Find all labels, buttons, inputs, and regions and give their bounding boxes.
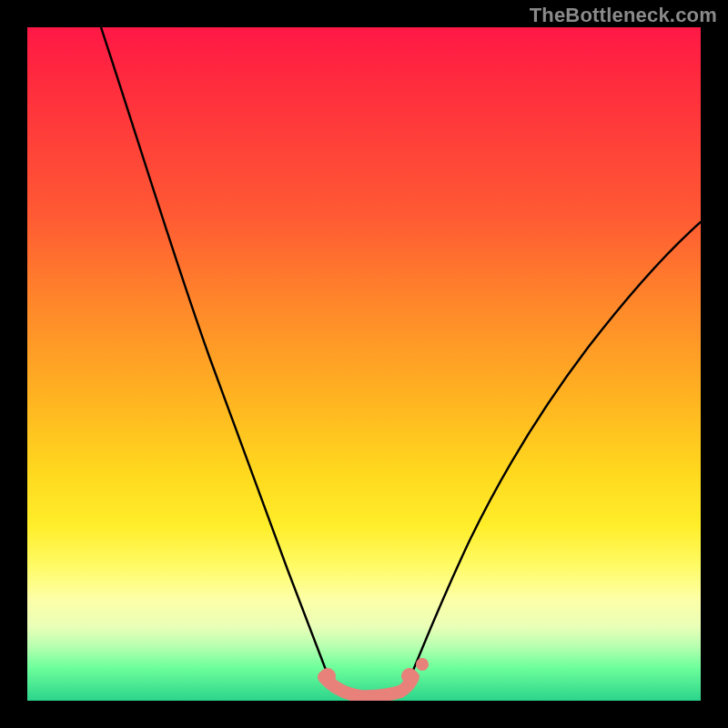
right-endpoint-dot <box>401 668 418 684</box>
left-branch-line <box>101 27 329 679</box>
valley-floor-line <box>324 677 413 696</box>
watermark-text: TheBottleneck.com <box>530 4 717 27</box>
right-branch-line <box>410 222 701 679</box>
gradient-plot-area <box>27 27 701 701</box>
left-endpoint-dot <box>319 668 336 684</box>
right-gap-dot <box>416 658 429 671</box>
chart-frame: TheBottleneck.com <box>0 0 728 728</box>
curve-layer <box>27 27 701 701</box>
